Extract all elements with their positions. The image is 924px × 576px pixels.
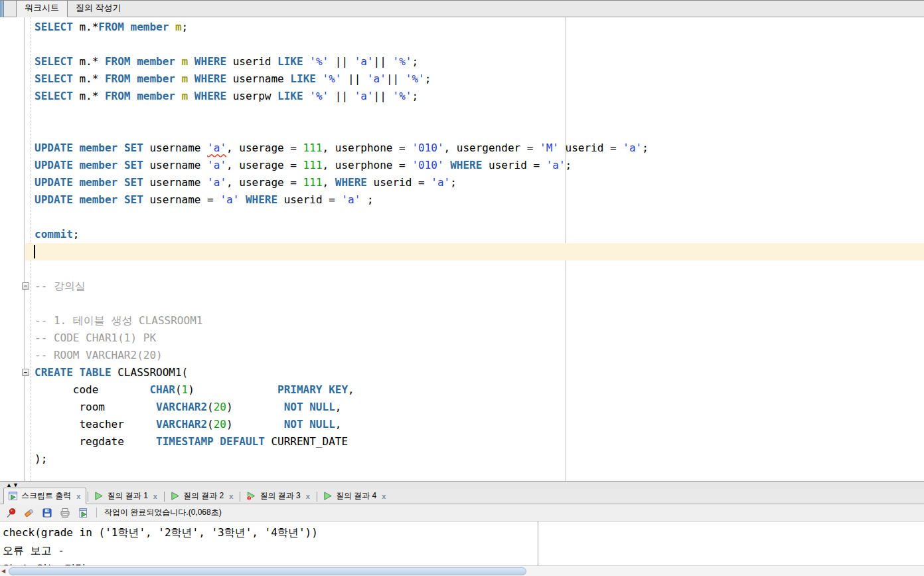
code-token: 111 <box>303 159 323 171</box>
tab-close-icon[interactable]: x <box>229 492 233 500</box>
code-token <box>188 90 194 102</box>
result-tab-0[interactable]: 스크립트 출력x <box>3 488 86 504</box>
code-token: FROM <box>98 21 124 33</box>
code-token: userid = <box>277 193 341 206</box>
print-icon[interactable] <box>59 507 71 519</box>
code-line-20: CREATE TABLE CLASSROOM1( <box>35 364 649 381</box>
code-token: SET <box>124 142 143 154</box>
code-token: ; <box>412 90 418 102</box>
code-token: LIKE <box>277 90 303 102</box>
code-line-8: UPDATE member SET username 'a', userage … <box>35 157 649 174</box>
result-tab-label: 질의 결과 2 <box>183 490 224 502</box>
tab-separator <box>317 492 317 502</box>
code-token: 'a' <box>207 159 226 171</box>
result-tab-2[interactable]: 질의 결과 2x <box>166 488 238 504</box>
code-token: ; <box>642 142 649 154</box>
code-token: '010' <box>412 159 443 171</box>
scrollbar-thumb[interactable] <box>9 567 526 575</box>
tab-query-builder[interactable]: 질의 작성기 <box>68 0 129 17</box>
output-line-0: check(grade in ('1학년', '2학년', '3학년', '4학… <box>3 524 318 541</box>
code-token: -- 강의실 <box>35 280 86 292</box>
result-tab-label: 질의 결과 3 <box>260 490 300 502</box>
code-token: 'a' <box>354 90 374 102</box>
tab-close-icon[interactable]: x <box>382 492 386 500</box>
scroll-left-icon[interactable]: ◀ <box>1 568 5 574</box>
code-token <box>239 193 246 206</box>
script-output-console[interactable]: check(grade in ('1학년', '2학년', '3학년', '4학… <box>0 522 924 565</box>
code-token: WHERE <box>194 90 226 102</box>
code-token: || <box>374 55 393 68</box>
code-token: CURRENT_DATE <box>265 435 348 448</box>
code-token: SELECT <box>35 55 73 68</box>
result-tab-label: 질의 결과 1 <box>107 490 147 502</box>
code-token: m <box>175 21 182 33</box>
tab-close-icon[interactable]: x <box>153 492 157 500</box>
script-output-toolbar: 작업이 완료되었습니다.(0,068초) <box>0 504 924 522</box>
code-token <box>124 21 131 33</box>
code-token: userpw <box>226 90 277 102</box>
tab-worksheet-label: 워크시트 <box>25 3 59 13</box>
code-token: TIMESTAMP DEFAULT <box>156 435 265 448</box>
result-tab-4[interactable]: 질의 결과 4x <box>319 488 391 504</box>
code-token <box>444 159 451 171</box>
code-token: , usergender = <box>444 142 540 154</box>
tab-separator <box>88 492 88 502</box>
tab-close-icon[interactable]: x <box>76 492 80 500</box>
code-line-11 <box>35 209 649 226</box>
code-token <box>73 159 80 171</box>
code-token <box>169 21 175 33</box>
code-token: ) <box>226 401 284 413</box>
code-token: || <box>341 72 367 85</box>
code-token: || <box>386 72 406 85</box>
editor-gutter <box>4 17 25 481</box>
pin-icon[interactable] <box>5 507 17 519</box>
code-token <box>131 72 137 85</box>
run-script-icon[interactable] <box>77 507 89 519</box>
code-fold-toggle[interactable] <box>22 282 29 290</box>
play-icon <box>94 491 104 501</box>
code-token <box>188 72 194 85</box>
code-token: , userage = <box>226 142 303 154</box>
tab-separator <box>240 492 240 502</box>
tab-worksheet[interactable]: 워크시트 <box>16 0 68 17</box>
result-tab-3[interactable]: 질의 결과 3x <box>242 488 315 504</box>
code-token: SET <box>124 193 143 206</box>
code-token: WHERE <box>246 193 277 206</box>
code-token: userid <box>226 55 277 68</box>
code-token: , <box>348 383 354 396</box>
code-token: code <box>35 383 149 396</box>
code-token: LIKE <box>277 55 303 68</box>
code-token <box>175 72 182 85</box>
code-line-12: commit; <box>35 226 649 243</box>
code-line-10: UPDATE member SET username = 'a' WHERE u… <box>35 191 649 209</box>
code-token: 'a' <box>341 193 360 206</box>
code-line-15: -- 강의실 <box>35 278 649 295</box>
code-token: member <box>79 193 117 206</box>
code-token: WHERE <box>450 159 482 171</box>
code-token: 'a' <box>207 176 226 189</box>
code-token: , <box>323 176 335 189</box>
sql-editor[interactable]: SELECT m.*FROM member m;SELECT m.* FROM … <box>0 17 924 481</box>
eraser-icon[interactable] <box>23 507 35 519</box>
save-icon[interactable] <box>41 507 53 519</box>
code-token: m.* <box>73 72 105 85</box>
code-token: ) <box>226 418 284 431</box>
code-fold-toggle[interactable] <box>22 369 29 376</box>
code-token <box>117 193 124 206</box>
code-token: 20 <box>214 418 226 431</box>
code-area: SELECT m.*FROM member m;SELECT m.* FROM … <box>35 19 649 468</box>
tab-close-icon[interactable]: x <box>306 492 310 500</box>
code-line-16 <box>35 295 649 312</box>
horizontal-scrollbar[interactable]: ◀ <box>0 565 924 576</box>
code-token: SET <box>124 176 143 189</box>
code-line-13 <box>35 243 649 260</box>
code-token: '%' <box>309 90 329 102</box>
output-line-1: 오류 보고 - <box>3 541 318 559</box>
code-token: username <box>143 159 207 171</box>
code-line-7: UPDATE member SET username 'a', userage … <box>35 140 649 157</box>
code-token: 111 <box>303 142 323 154</box>
code-token: 111 <box>303 176 323 189</box>
code-token <box>117 142 124 154</box>
code-line-21: code CHAR(1) PRIMARY KEY, <box>35 381 649 399</box>
result-tab-1[interactable]: 질의 결과 1x <box>90 488 162 504</box>
